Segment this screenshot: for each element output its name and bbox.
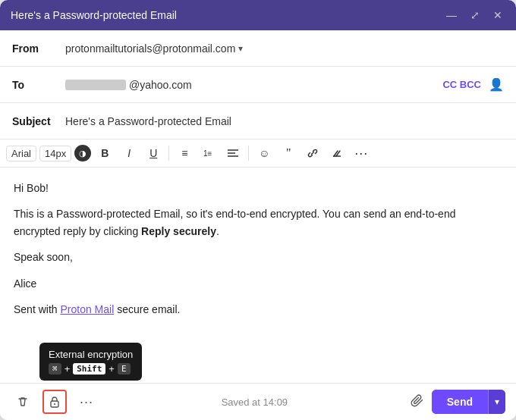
cmd-key: ⌘ (49, 363, 61, 375)
from-address: protonmailtutorials@protonmail.com (65, 42, 235, 55)
subject-row: Subject Here's a Password-protected Emai… (0, 103, 516, 139)
cc-bcc-button[interactable]: CC BCC (442, 79, 481, 90)
external-encryption-button[interactable] (42, 390, 67, 414)
title-bar-controls: — ⤢ ✕ (443, 8, 505, 22)
bottom-bar: External encryption ⌘ + Shift + E (0, 383, 516, 420)
more-options-bottom-button[interactable]: ··· (74, 390, 99, 414)
align-button[interactable] (222, 143, 244, 164)
delete-button[interactable] (11, 390, 35, 414)
svg-point-6 (54, 403, 55, 405)
subject-label: Subject (12, 115, 65, 127)
toolbar-separator-2 (248, 146, 249, 161)
content-signature-name: Alice (14, 275, 502, 292)
formatting-toolbar: Arial 14px ◑ B I U ≡ 1≡ ☺ " (0, 139, 516, 168)
font-size-selector[interactable]: 14px (39, 146, 71, 161)
plus-2: + (109, 363, 115, 375)
proton-mail-link[interactable]: Proton Mail (60, 303, 114, 315)
quote-button[interactable]: " (278, 143, 299, 164)
unordered-list-button[interactable]: ≡ (174, 143, 195, 164)
to-label: To (12, 79, 65, 91)
ordered-list-button[interactable]: 1≡ (198, 143, 219, 164)
content-greeting: Hi Bob! (14, 180, 502, 196)
compose-window: Here's a Password-protected Email — ⤢ ✕ … (0, 0, 516, 420)
send-options-button[interactable]: ▾ (488, 390, 505, 414)
send-button[interactable]: Send (432, 390, 488, 414)
font-selector[interactable]: Arial (6, 146, 36, 161)
add-contact-icon[interactable]: 👤 (489, 77, 504, 92)
window-title: Here's a Password-protected Email (11, 9, 177, 21)
from-row: From protonmailtutorials@protonmail.com … (0, 30, 516, 67)
minimize-button[interactable]: — (443, 8, 460, 22)
bold-button[interactable]: B (94, 143, 115, 164)
more-options-button[interactable]: ··· (351, 143, 372, 164)
saved-status: Saved at 14:09 (106, 396, 403, 408)
content-body: This is a Password-protected Email, so i… (14, 205, 502, 240)
content-footer: Sent with Proton Mail secure email. (14, 301, 502, 318)
contrast-button[interactable]: ◑ (74, 145, 91, 161)
shift-key: Shift (73, 363, 105, 375)
clear-format-button[interactable] (326, 143, 348, 164)
subject-text: Here's a Password-protected Email (65, 115, 231, 127)
content-closing: Speak soon, (14, 249, 502, 265)
from-label: From (12, 42, 65, 55)
to-blurred-part (65, 80, 126, 90)
italic-button[interactable]: I (118, 143, 140, 164)
shortcut-row: ⌘ + Shift + E (49, 363, 133, 375)
maximize-button[interactable]: ⤢ (467, 8, 483, 22)
from-chevron-icon: ▾ (238, 43, 243, 54)
subject-value[interactable]: Here's a Password-protected Email (65, 115, 504, 127)
attachment-button[interactable] (411, 393, 424, 410)
toolbar-separator-1 (168, 146, 169, 161)
emoji-button[interactable]: ☺ (253, 143, 275, 164)
close-button[interactable]: ✕ (490, 8, 505, 22)
to-actions: CC BCC 👤 (442, 77, 504, 92)
link-button[interactable] (302, 143, 323, 164)
compose-body: From protonmailtutorials@protonmail.com … (0, 30, 516, 420)
title-bar: Here's a Password-protected Email — ⤢ ✕ (0, 0, 516, 30)
plus-1: + (64, 363, 71, 375)
lock-btn-wrapper: External encryption ⌘ + Shift + E (42, 390, 67, 414)
to-value[interactable]: @yahoo.com (65, 79, 442, 91)
to-row: To @yahoo.com CC BCC 👤 (0, 67, 516, 103)
encryption-tooltip: External encryption ⌘ + Shift + E (39, 343, 142, 381)
underline-button[interactable]: U (143, 143, 164, 164)
e-key: E (118, 363, 131, 375)
from-dropdown[interactable]: protonmailtutorials@protonmail.com ▾ (65, 42, 504, 55)
tooltip-title: External encryption (49, 349, 133, 360)
send-button-group: Send ▾ (432, 390, 505, 414)
svg-text:1≡: 1≡ (203, 149, 212, 158)
to-domain: @yahoo.com (129, 79, 192, 91)
